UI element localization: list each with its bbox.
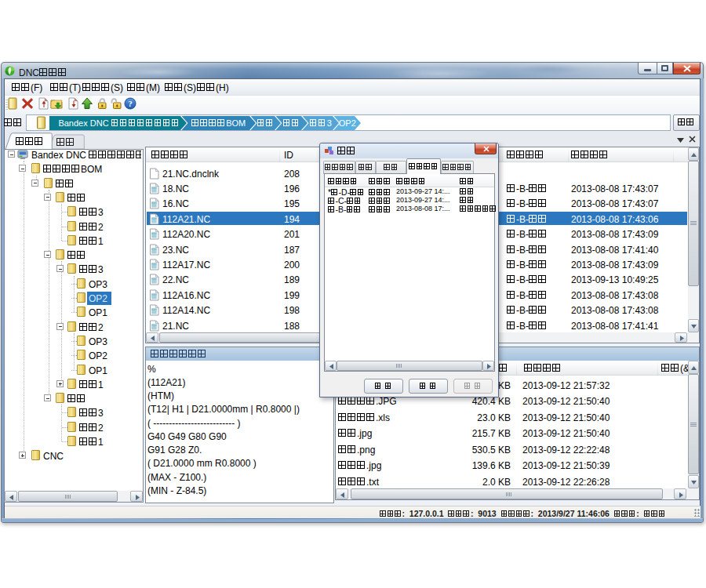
svg-text:?: ? — [128, 99, 133, 108]
